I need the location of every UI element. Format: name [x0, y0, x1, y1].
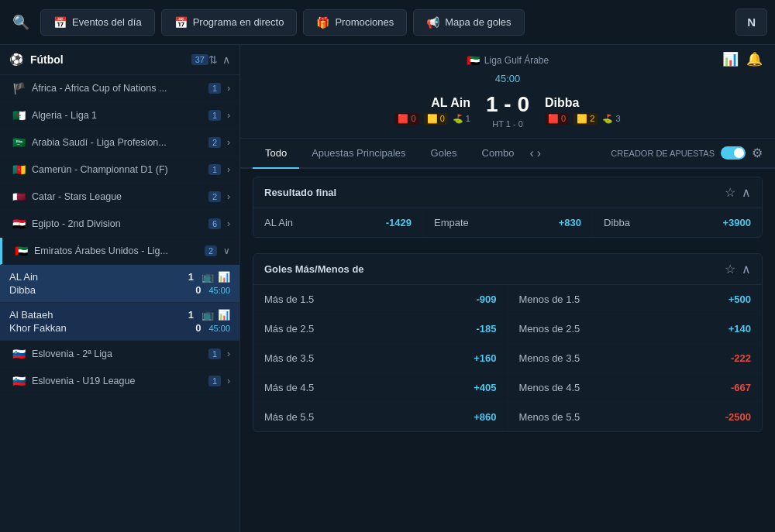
star-icon[interactable]: ☆ — [725, 262, 735, 276]
away-corners: ⛳ 3 — [602, 114, 620, 124]
home-corners: ⛳ 1 — [453, 114, 470, 124]
tab-next-icon[interactable]: › — [537, 146, 541, 160]
settings-icon[interactable]: ⚙ — [752, 146, 763, 160]
home-team-block: AL Ain 🟥 0 🟨 0 ⛳ 1 — [268, 96, 470, 125]
africa-count: 1 — [208, 83, 221, 94]
tab-prev-icon[interactable]: ‹ — [530, 146, 534, 160]
menos-4-5-odd: -667 — [731, 382, 751, 393]
home-team-name: Al Bataeh — [9, 309, 53, 321]
score-display: 1 - 0 — [486, 92, 529, 117]
menos-1-5-odd: +500 — [728, 293, 751, 305]
collapse-section-icon[interactable]: ∧ — [742, 262, 751, 276]
promociones-button[interactable]: 🎁 Promociones — [303, 9, 407, 36]
sidebar-item-catar[interactable]: 🇶🇦 Catar - Stars League 2 › — [0, 184, 239, 211]
camerun-count: 1 — [208, 164, 221, 175]
catar-flag: 🇶🇦 — [12, 190, 26, 203]
algeria-count: 1 — [208, 110, 221, 121]
chevron-right-icon: › — [227, 83, 230, 94]
tab-apuestas-principales[interactable]: Apuestas Principales — [299, 139, 418, 169]
resultado-final-section: Resultado final ☆ ∧ AL Ain -1429 Empate … — [253, 177, 763, 238]
dibba-odd: +3900 — [722, 217, 751, 228]
home-team-name: AL Ain — [9, 271, 38, 283]
chevron-right-icon: › — [227, 110, 230, 121]
bet-mas-4-5[interactable]: Más de 4.5 +405 — [253, 373, 508, 402]
bet-mas-5-5[interactable]: Más de 5.5 +860 — [253, 403, 508, 431]
mapa-de-goles-button[interactable]: 📢 Mapa de goles — [413, 9, 524, 36]
creator-label: CREADOR DE APUESTAS — [611, 149, 715, 158]
egipto-count: 6 — [208, 218, 221, 229]
bet-menos-1-5[interactable]: Menos de 1.5 +500 — [508, 285, 763, 314]
match-scoreboard: AL Ain 🟥 0 🟨 0 ⛳ 1 1 - 0 — [253, 92, 763, 129]
collapse-section-icon[interactable]: ∧ — [742, 185, 751, 200]
goles-mas-menos-title: Goles Más/Menos de — [264, 263, 725, 275]
content-area: 📊 🔔 🇦🇪 Liga Gulf Árabe 45:00 AL Ain 🟥 0 — [240, 45, 775, 532]
eventos-del-dia-button[interactable]: 📅 Eventos del día — [40, 9, 155, 36]
algeria-flag: 🇩🇿 — [12, 109, 26, 122]
bet-mas-1-5[interactable]: Más de 1.5 -909 — [253, 285, 508, 314]
creator-toggle[interactable] — [721, 146, 746, 160]
mas-4-5-label: Más de 4.5 — [264, 382, 314, 393]
match-item-al-bataeh[interactable]: Al Bataeh 1 📺 📊 Khor Fakkan 0 45:00 — [0, 303, 239, 341]
bell-icon[interactable]: 🔔 — [746, 51, 763, 67]
sidebar-item-arabia[interactable]: 🇸🇦 Arabia Saudí - Liga Profesion... 2 › — [0, 129, 239, 156]
search-icon[interactable]: 🔍 — [8, 9, 34, 36]
sidebar-item-eslovenia-2[interactable]: 🇸🇮 Eslovenia - 2ª Liga 1 › — [0, 341, 239, 368]
resultado-final-title: Resultado final — [264, 187, 725, 198]
sidebar-item-emiratos[interactable]: 🇦🇪 Emiratos Árabes Unidos - Lig... 2 ∨ — [0, 238, 239, 265]
away-team-name: Khor Fakkan — [9, 322, 67, 334]
match-time-value: 45:00 — [495, 73, 521, 84]
bet-menos-4-5[interactable]: Menos de 4.5 -667 — [508, 373, 763, 402]
chart-icon: 📊 — [218, 271, 230, 283]
bet-menos-3-5[interactable]: Menos de 3.5 -222 — [508, 344, 763, 372]
tv-icon: 📺 — [202, 271, 214, 283]
goles-row-2: Más de 2.5 -185 Menos de 2.5 +140 — [253, 314, 762, 344]
sidebar-item-africa[interactable]: 🏴 África - Africa Cup of Nations ... 1 › — [0, 75, 239, 102]
tab-goles[interactable]: Goles — [418, 139, 470, 169]
arabia-flag: 🇸🇦 — [12, 136, 26, 149]
match-item-al-ain[interactable]: AL Ain 1 📺 📊 Dibba 0 45:00 — [0, 265, 239, 303]
bet-mas-3-5[interactable]: Más de 3.5 +160 — [253, 344, 508, 372]
chevron-right-icon: › — [227, 191, 230, 202]
match-icons: 📺 📊 — [202, 309, 230, 321]
sidebar-item-algeria[interactable]: 🇩🇿 Algeria - Liga 1 1 › — [0, 102, 239, 129]
away-red-cards: 🟥 0 — [545, 113, 569, 125]
sidebar-item-camerun[interactable]: 🇨🇲 Camerún - Championnat D1 (F) 1 › — [0, 156, 239, 184]
mas-1-5-odd: -909 — [476, 293, 496, 305]
filter-icon[interactable]: ⇅ — [208, 53, 218, 66]
bet-empate[interactable]: Empate +830 — [422, 208, 592, 237]
tab-todo[interactable]: Todo — [253, 139, 299, 169]
tabs-navigation: ‹ › — [530, 146, 542, 160]
away-team-row: Dibba 0 45:00 — [9, 284, 230, 296]
programa-en-directo-button[interactable]: 📅 Programa en directo — [161, 9, 298, 36]
goles-row-3: Más de 3.5 +160 Menos de 3.5 -222 — [253, 344, 762, 373]
match-time: 45:00 — [208, 324, 230, 333]
collapse-icon[interactable]: ∧ — [222, 53, 230, 66]
africa-flag: 🏴 — [12, 82, 26, 94]
home-score: 1 — [188, 271, 194, 283]
programa-label: Programa en directo — [193, 16, 284, 28]
al-ain-odd: -1429 — [386, 217, 412, 228]
star-icon[interactable]: ☆ — [725, 185, 735, 200]
bet-al-ain[interactable]: AL Ain -1429 — [253, 208, 422, 237]
menos-5-5-label: Menos de 5.5 — [519, 411, 580, 423]
bet-mas-2-5[interactable]: Más de 2.5 -185 — [253, 314, 508, 343]
n-button[interactable]: N — [735, 9, 767, 36]
sidebar-item-eslovenia-u19[interactable]: 🇸🇮 Eslovenia - U19 League 1 › — [0, 368, 239, 395]
futbol-icon: ⚽ — [9, 53, 24, 67]
catar-league-name: Catar - Stars League — [32, 191, 208, 202]
chevron-right-icon: › — [227, 218, 230, 229]
sidebar-item-egipto[interactable]: 🇪🇬 Egipto - 2nd Division 6 › — [0, 211, 239, 238]
tabs-bar: Todo Apuestas Principales Goles Combo ‹ … — [240, 139, 775, 169]
away-team-stats: 🟥 0 🟨 2 ⛳ 3 — [545, 113, 747, 125]
bet-menos-2-5[interactable]: Menos de 2.5 +140 — [508, 314, 763, 343]
mas-3-5-odd: +160 — [474, 352, 496, 364]
futbol-section-header[interactable]: ⚽ Fútbol 37 ⇅ ∧ — [0, 45, 239, 75]
tab-combo[interactable]: Combo — [470, 139, 527, 169]
menos-2-5-label: Menos de 2.5 — [519, 323, 580, 335]
bet-menos-5-5[interactable]: Menos de 5.5 -2500 — [508, 403, 763, 431]
empate-label: Empate — [434, 217, 469, 228]
egipto-league-name: Egipto - 2nd Division — [32, 218, 208, 229]
bet-dibba[interactable]: Dibba +3900 — [592, 208, 762, 237]
chevron-right-icon: › — [227, 164, 230, 175]
stats-icon[interactable]: 📊 — [722, 51, 739, 67]
